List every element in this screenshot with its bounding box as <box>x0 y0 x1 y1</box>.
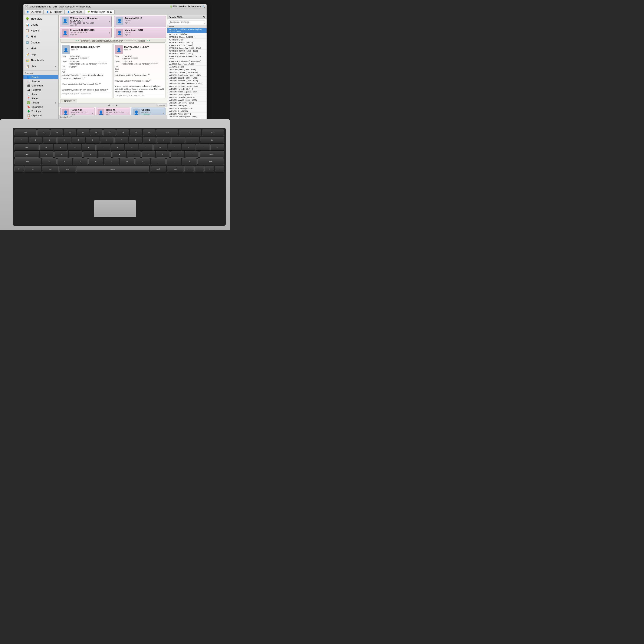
keyboard-key-e[interactable]: E <box>68 144 81 150</box>
keyboard-key-t[interactable]: T <box>96 144 110 150</box>
keyboard-key-[interactable]: ↓ <box>204 166 214 172</box>
keyboard-key-[interactable]: ' <box>185 151 199 158</box>
keyboard-key-s[interactable]: S <box>54 151 68 158</box>
keyboard-key-v[interactable]: V <box>88 158 103 165</box>
sidebar-item-ages[interactable]: 🕐 Ages <box>23 92 58 96</box>
keyboard-key-n[interactable]: N <box>120 158 135 165</box>
scroll-right-button[interactable]: ▶ <box>116 104 118 106</box>
maternal-grandfather-card[interactable]: 👤 Augustin ELLIS 1815 – Age: ? <box>114 16 166 27</box>
keyboard-key-space[interactable]: space <box>76 166 149 172</box>
keyboard-key-1[interactable]: 1 <box>29 137 42 143</box>
list-item[interactable]: McKINLEY, Harriet (1818 – 1899) <box>167 115 207 118</box>
app-name-menu[interactable]: MacFamilyTree <box>30 5 46 8</box>
keyboard-key-j[interactable]: J <box>127 151 141 158</box>
keyboard-key-f2[interactable]: F2 <box>50 129 63 136</box>
sidebar-item-places[interactable]: 📍 Places <box>23 96 58 101</box>
list-item[interactable]: McEUEN, Mary E. (1849 – 1853) <box>167 99 207 102</box>
paternal-grandmother-card[interactable]: 👤 Elizabeth N. DONAHO 1823 – 18 Jan 1889… <box>60 28 112 38</box>
list-item[interactable]: JEFFRIES, Susie Anna (1907 – 1999) <box>167 60 207 63</box>
sidebar-item-lists[interactable]: 📋 Lists ▶ <box>23 63 58 69</box>
keyboard-key-9[interactable]: 9 <box>143 137 157 143</box>
keyboard-key-[interactable]: ; <box>170 151 184 158</box>
keyboard-key-[interactable]: . <box>166 158 181 165</box>
keyboard-key-[interactable]: ] <box>196 144 210 150</box>
keyboard-key-return[interactable]: return <box>199 151 224 158</box>
tab-gw-adams[interactable]: 👤 G.W. Adams <box>65 10 85 14</box>
keyboard-key-k[interactable]: K <box>141 151 155 158</box>
trackpad[interactable] <box>94 200 136 217</box>
keyboard-key-[interactable]: / <box>182 158 197 165</box>
add-parent-button[interactable]: + ▼ <box>76 40 79 42</box>
keyboard-key-cmd[interactable]: cmd <box>59 166 76 172</box>
tab-bf-igleheart[interactable]: 👤 B.F. Igleheart <box>44 10 65 14</box>
keyboard-key-6[interactable]: 6 <box>100 137 114 143</box>
list-item[interactable]: JEFFRIES, Harriett (1858 –) <box>167 41 207 44</box>
sidebar-item-treetops[interactable]: 🌲 Treetops <box>23 109 58 113</box>
list-item[interactable]: JEFFRIES, Charles E. (1882 –) <box>167 36 207 39</box>
keyboard-key-y[interactable]: Y <box>111 144 124 150</box>
keyboard-key-f8[interactable]: F8 <box>130 129 142 136</box>
keyboard-key-[interactable]: = <box>185 137 199 143</box>
keyboard-key-opt[interactable]: opt <box>167 166 184 172</box>
keyboard-key-fn[interactable]: fn <box>14 166 24 172</box>
list-item[interactable]: McEUEN, Walter (1857 –) <box>167 113 207 115</box>
tab-ra-jeffries[interactable]: 👤 R.A. Jeffries <box>24 10 44 14</box>
sidebar-item-multimedia[interactable]: 🎬 Multimedia <box>23 83 58 88</box>
keyboard-key-r[interactable]: R <box>82 144 96 150</box>
keyboard-key-ctrl[interactable]: ctrl <box>24 166 41 172</box>
keyboard-key-[interactable]: ↑ <box>194 166 204 172</box>
add-marriage-button[interactable]: + ▼ <box>147 40 150 42</box>
navigate-menu[interactable]: Navigate <box>65 5 75 8</box>
keyboard-key-a[interactable]: A <box>40 151 54 158</box>
child-hallie-card[interactable]: 👤 Hallie M. 22 Mar 1878 – 6 Feb 1922 Age… <box>96 108 130 115</box>
list-item[interactable]: MARCUS, Gerald <box>167 66 207 68</box>
keyboard-key-caps[interactable]: caps <box>14 151 39 158</box>
list-item[interactable]: McEUEN, Ruth (1872) <box>167 110 207 113</box>
child-hattie-card[interactable]: 👤 Hattie Ada 9 Jan 1875 – 27 Jun 1959 Ag… <box>60 108 95 115</box>
keyboard-key-f[interactable]: F <box>83 151 97 158</box>
list-item[interactable]: JEFFRIES, James Earl (1883 – 1944) <box>167 47 207 50</box>
keyboard-key-g[interactable]: G <box>98 151 112 158</box>
list-item[interactable]: IGLEHEART, Winifred <box>167 33 207 36</box>
keyboard-key-[interactable]: , <box>151 158 166 165</box>
keyboard-key-o[interactable]: O <box>153 144 167 150</box>
sidebar-item-relatives[interactable]: 👨‍👩‍👧 Relatives <box>23 88 58 92</box>
keyboard-key-z[interactable]: Z <box>42 158 57 165</box>
keyboard-key-w[interactable]: W <box>54 144 67 150</box>
sidebar-item-mark[interactable]: ✓ Mark <box>23 46 58 52</box>
sidebar-item-find[interactable]: 🔍 Find <box>23 34 58 40</box>
keyboard-key-x[interactable]: X <box>57 158 72 165</box>
apple-menu[interactable]: ⌘ <box>25 5 28 8</box>
list-item[interactable]: JEFFRIES, Octavia (1885 –) <box>167 52 207 55</box>
list-item[interactable]: McEUEN, Edgar B. (1853 – 1938) <box>167 77 207 79</box>
list-item[interactable]: JEFFRIES, Richard Anderson (1823 – 1914) <box>167 55 207 60</box>
list-item[interactable]: IGLEHEART, William James Humphrey (1815 … <box>167 28 207 33</box>
keyboard-key-f3[interactable]: F3 <box>64 129 76 136</box>
keyboard-key-esc[interactable]: esc <box>14 129 37 136</box>
people-search-input[interactable] <box>169 20 205 24</box>
list-item[interactable]: McEUEN, James S. (1865 – 1925) <box>167 91 207 93</box>
list-item[interactable]: JEFFRIES, John D. (1850 – 1936) <box>167 50 207 52</box>
list-item[interactable]: McEUEN, Ellsworth (1862 – 1928) <box>167 79 207 82</box>
list-item[interactable]: McEUEN, Charlotte (1851 – 1879) <box>167 71 207 74</box>
keyboard-key-opt[interactable]: opt <box>42 166 59 172</box>
list-item[interactable]: McEUEN, Lucrecia J. (1854 –) <box>167 96 207 99</box>
keyboard-key-f6[interactable]: F6 <box>103 129 116 136</box>
keyboard-key-tab[interactable]: tab <box>14 144 39 150</box>
window-menu[interactable]: Window <box>76 5 85 8</box>
keyboard-key-4[interactable]: 4 <box>72 137 85 143</box>
file-menu[interactable]: File <box>47 5 51 8</box>
sidebar-item-clipboard[interactable]: 📋 Clipboard <box>23 113 58 118</box>
keyboard-key-[interactable]: \ <box>210 144 224 150</box>
keyboard-key-b[interactable]: B <box>104 158 119 165</box>
keyboard-key-f12[interactable]: F12 <box>202 129 224 136</box>
sidebar-item-bookmarks[interactable]: 🔖 Bookmarks <box>23 105 58 109</box>
keyboard-key-q[interactable]: Q <box>39 144 53 150</box>
mother-detail-card[interactable]: 👤 Martha Jane ELLIS44 Age: 74 Birth <box>113 44 165 98</box>
keyboard-key-5[interactable]: 5 <box>86 137 99 143</box>
keyboard-key-shift[interactable]: shift <box>14 158 41 165</box>
sidebar-item-change[interactable]: ⚙️ Change <box>23 40 58 46</box>
add-children-button[interactable]: + Children ▼ <box>60 99 77 103</box>
keyboard-key-[interactable]: ` <box>14 137 28 143</box>
keyboard-key-[interactable]: → <box>215 166 224 172</box>
